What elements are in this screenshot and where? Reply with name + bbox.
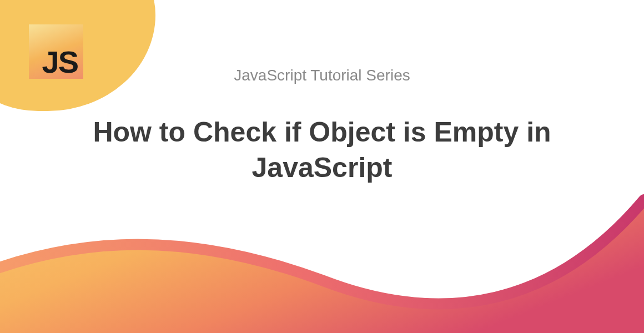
decorative-wave-bottom [0,189,644,333]
page-title: How to Check if Object is Empty in JavaS… [58,114,586,185]
series-subtitle: JavaScript Tutorial Series [234,67,410,84]
